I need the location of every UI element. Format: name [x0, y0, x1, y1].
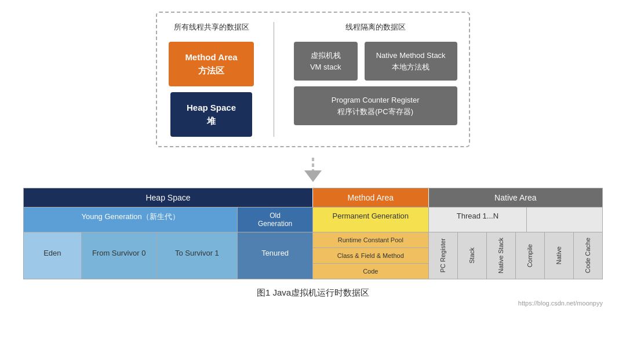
- caption-text: 图1 Java虚拟机运行时数据区: [257, 287, 369, 297]
- caption-url: https://blog.csdn.net/moonpyy: [23, 300, 603, 307]
- shared-section: 所有线程共享的数据区 Method Area 方法区 Heap Space 堆: [169, 22, 253, 137]
- program-counter-line2: 程序计数器(PC寄存器): [337, 107, 413, 116]
- native-stack-cell: Native Stack: [487, 232, 516, 279]
- stack-cell: Stack: [458, 232, 487, 279]
- old-gen-line1: Old: [270, 212, 281, 220]
- compile-cell: Compile: [516, 232, 545, 279]
- code-cache-text: Code Cache: [584, 238, 591, 273]
- table-header-row: Heap Space Method Area Native Area: [24, 188, 602, 207]
- eden-cell: Eden: [24, 232, 82, 279]
- top-diagram: 所有线程共享的数据区 Method Area 方法区 Heap Space 堆 …: [23, 12, 603, 147]
- native-stack-text: Native Stack: [497, 238, 504, 274]
- shared-label: 所有线程共享的数据区: [174, 22, 249, 32]
- permanent-gen-cell: Permanent Generation: [313, 208, 429, 232]
- pc-register-text: PC Register: [439, 238, 446, 272]
- tenured-cell: Tenured: [238, 232, 313, 279]
- stack-text: Stack: [468, 247, 475, 264]
- thread-1n-cell: Thread 1...N: [429, 208, 527, 232]
- svg-marker-1: [304, 170, 322, 182]
- native-method-box: Native Method Stack 本地方法栈: [365, 42, 457, 81]
- thread-label: 线程隔离的数据区: [345, 22, 406, 32]
- arrow-container: [299, 158, 327, 183]
- thread-top-row: 虚拟机栈 VM stack Native Method Stack 本地方法栈: [294, 42, 457, 81]
- vm-stack-line2: VM stack: [310, 63, 341, 71]
- vm-stack-box: 虚拟机栈 VM stack: [294, 42, 358, 81]
- young-generation-cell: Young Generation（新生代）: [24, 208, 238, 232]
- to-survivor-cell: To Survivor 1: [157, 232, 238, 279]
- code-cell: Code: [313, 264, 428, 279]
- vm-stack-line1: 虚拟机栈: [311, 51, 341, 60]
- table-row3: Eden From Survivor 0 To Survivor 1 Tenur…: [24, 232, 602, 279]
- runtime-constant-cell: Runtime Constant Pool: [313, 232, 428, 248]
- heap-space-line2: 堆: [207, 116, 216, 126]
- header-native: Native Area: [429, 188, 602, 207]
- vertical-divider: [274, 22, 274, 137]
- native-method-line2: 本地方法栈: [392, 63, 430, 71]
- method-area-box: Method Area 方法区: [169, 42, 253, 86]
- pool-group: Runtime Constant Pool Class & Field & Me…: [313, 232, 429, 279]
- vertical-group: PC Register Stack Native Stack Compile N…: [429, 232, 602, 279]
- native-text: Native: [555, 246, 562, 264]
- pc-register-cell: PC Register: [429, 232, 458, 279]
- heap-space-line1: Heap Space: [187, 103, 236, 112]
- thread-section: 线程隔离的数据区 虚拟机栈 VM stack Native Method Sta…: [294, 22, 457, 125]
- caption: 图1 Java虚拟机运行时数据区: [257, 287, 369, 299]
- compile-text: Compile: [526, 244, 533, 267]
- header-heap: Heap Space: [24, 188, 313, 207]
- native-cell: Native: [545, 232, 574, 279]
- native-right-empty: [527, 208, 602, 232]
- method-area-line2: 方法区: [198, 65, 224, 75]
- from-survivor-cell: From Survivor 0: [82, 232, 157, 279]
- heap-space-top-box: Heap Space 堆: [170, 92, 252, 137]
- program-counter-box: Program Counter Register 程序计数器(PC寄存器): [294, 86, 457, 125]
- class-field-method-cell: Class & Field & Method: [313, 248, 428, 264]
- native-method-line1: Native Method Stack: [376, 51, 446, 60]
- down-arrow-icon: [299, 158, 327, 183]
- header-method: Method Area: [313, 188, 429, 207]
- code-cache-cell: Code Cache: [574, 232, 602, 279]
- old-generation-cell: Old Generation: [238, 208, 313, 232]
- program-counter-line1: Program Counter Register: [332, 96, 420, 104]
- top-dashed-box: 所有线程共享的数据区 Method Area 方法区 Heap Space 堆 …: [156, 12, 470, 147]
- method-area-line1: Method Area: [185, 52, 237, 62]
- old-gen-line2: Generation: [258, 220, 292, 228]
- table-row2: Young Generation（新生代） Old Generation Per…: [24, 207, 602, 232]
- bottom-table: Heap Space Method Area Native Area Young…: [23, 188, 603, 279]
